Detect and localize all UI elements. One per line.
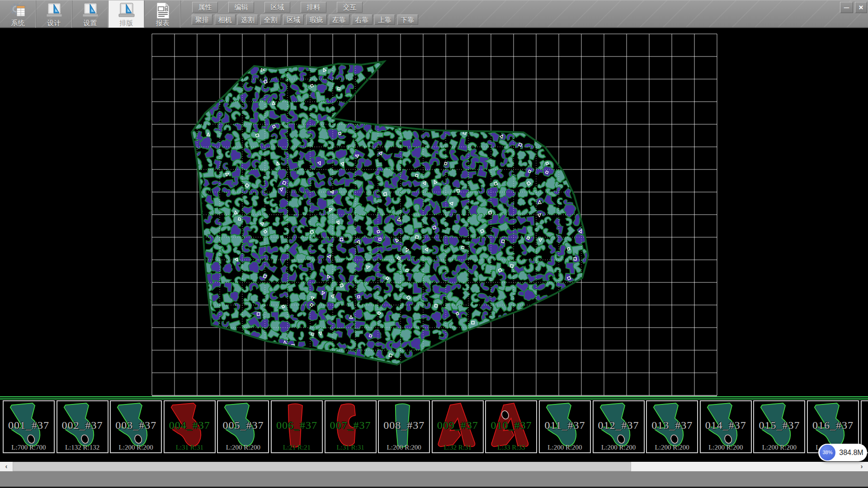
memory-progress-badge: 38% 384.8M xyxy=(818,444,867,461)
align-top-button[interactable]: 上靠 xyxy=(374,14,395,25)
piece-id: 014_#37 xyxy=(701,419,751,432)
thumbnail-cell[interactable]: 015_#37 L:200 R:200 xyxy=(753,400,805,453)
scroll-right-arrow-icon[interactable]: › xyxy=(855,462,868,471)
align-left-button[interactable]: 左靠 xyxy=(329,14,349,25)
piece-lr-count: L:200 R:200 xyxy=(754,444,804,451)
piece-id: 016_#37 xyxy=(808,419,858,432)
settings-button[interactable]: 设置 xyxy=(72,0,108,28)
thumbnail-cell[interactable]: 013_#37 L:200 R:200 xyxy=(646,400,698,453)
nesting-canvas[interactable] xyxy=(0,28,868,396)
piece-id: 0 xyxy=(862,419,868,432)
piece-lr-count: L:32 R:31 xyxy=(433,444,483,451)
status-bar xyxy=(0,471,868,488)
scrollbar-thumb[interactable] xyxy=(13,462,631,471)
thumbnail-cell[interactable]: 014_#37 L:200 R:200 xyxy=(700,400,752,453)
align-bottom-button[interactable]: 下靠 xyxy=(397,14,418,25)
settings-label: 设置 xyxy=(84,19,97,27)
tab-region[interactable]: 区域 xyxy=(264,2,290,13)
thumbnail-cell[interactable]: 011_#37 L:200 R:200 xyxy=(539,400,591,453)
tab-interact[interactable]: 交互 xyxy=(337,2,363,13)
piece-lr-count: L:200 R:200 xyxy=(540,444,590,451)
report-document-icon xyxy=(154,2,172,19)
design-label: 设计 xyxy=(47,19,61,27)
piece-id: 004_#37 xyxy=(165,419,215,432)
camera-button[interactable]: 相机 xyxy=(215,14,236,25)
piece-id: 015_#37 xyxy=(754,419,804,432)
piece-id: 012_#37 xyxy=(594,419,644,432)
thumbnail-cell[interactable]: 002_#37 L:132 R:132 xyxy=(57,400,108,453)
report-label: 报表 xyxy=(156,19,170,27)
piece-id: 001_#37 xyxy=(4,419,54,432)
piece-lr-count: L:200 R:200 xyxy=(379,444,429,451)
thumbnail-cell[interactable]: 001_#37 L:700 R:700 xyxy=(3,400,55,453)
piece-lr-count: L:132 R:132 xyxy=(57,444,108,451)
thumbnail-cell[interactable]: 012_#37 L:200 R:200 xyxy=(593,400,645,453)
piece-lr-count: L:200 R:200 xyxy=(218,444,268,451)
thumbnail-cell[interactable]: 003_#37 L:200 R:200 xyxy=(110,400,162,453)
horizontal-scrollbar[interactable]: ‹ › xyxy=(0,462,868,471)
thumbnail-cell[interactable]: 009_#37 L:32 R:31 xyxy=(432,400,484,453)
piece-id: 006_#37 xyxy=(272,419,322,432)
piece-lr-count: L:200 R:200 xyxy=(701,444,751,451)
cut-all-button[interactable]: 全割 xyxy=(260,14,281,25)
cluster-nest-button[interactable]: 聚排 xyxy=(192,14,212,25)
memory-value: 384.8M xyxy=(837,444,865,461)
nesting-button[interactable]: 排版 xyxy=(108,0,145,28)
hide-nesting-drawing xyxy=(0,28,868,396)
progress-circle: 38% xyxy=(820,445,835,460)
piece-id: 008_#37 xyxy=(379,419,429,432)
piece-lr-count: L:21 R:21 xyxy=(272,444,322,451)
align-right-button[interactable]: 右靠 xyxy=(352,14,373,25)
strip-separator xyxy=(0,396,868,399)
thumbnail-cell[interactable]: 007_#37 L:31 R:31 xyxy=(325,400,377,453)
tab-nest[interactable]: 排料 xyxy=(301,2,326,13)
gear-table-icon xyxy=(9,2,27,19)
piece-lr-count: L:31 R:31 xyxy=(326,444,376,451)
design-button[interactable]: 设计 xyxy=(36,0,72,28)
close-button[interactable]: × xyxy=(855,2,867,13)
thumbnail-cell[interactable]: 006_#37 L:21 R:21 xyxy=(271,400,323,453)
thumbnail-cell[interactable]: 005_#37 L:200 R:200 xyxy=(217,400,269,453)
system-button[interactable]: 系统 xyxy=(0,0,36,28)
piece-thumbnail-strip: 001_#37 L:700 R:700 002_#37 L:132 R:132 … xyxy=(0,399,868,462)
piece-id: 005_#37 xyxy=(218,419,268,432)
laptop-ruler-icon xyxy=(81,2,99,19)
nesting-label: 排版 xyxy=(120,19,133,27)
app-toolbar: 系统 设计 设置 排版 xyxy=(0,0,868,28)
tab-edit[interactable]: 编辑 xyxy=(228,2,254,13)
thumbnail-cell[interactable]: 004_#37 L:31 R:31 xyxy=(164,400,216,453)
piece-lr-count: L:700 R:700 xyxy=(4,444,54,451)
report-button[interactable]: 报表 xyxy=(145,0,181,28)
piece-id: 002_#37 xyxy=(57,419,108,432)
piece-id: 009_#37 xyxy=(433,419,483,432)
piece-lr-count: L:200 R:200 xyxy=(594,444,644,451)
piece-lr-count: L:31 R:31 xyxy=(165,444,215,451)
thumbnail-cell[interactable]: 010_#37 L:33 R:33 xyxy=(485,400,537,453)
laptop-ruler-icon xyxy=(118,2,136,19)
minimize-button[interactable]: ─ xyxy=(840,2,853,13)
select-cut-button[interactable]: 选割 xyxy=(237,14,258,25)
main-toolbar: 系统 设计 设置 排版 xyxy=(0,0,181,28)
thumbnail-cell[interactable]: 008_#37 L:200 R:200 xyxy=(378,400,430,453)
laptop-ruler-icon xyxy=(45,2,63,19)
piece-id: 007_#37 xyxy=(326,419,376,432)
piece-lr-count: L:200 R:200 xyxy=(647,444,697,451)
piece-id: 013_#37 xyxy=(647,419,697,432)
system-label: 系统 xyxy=(11,19,25,27)
piece-id: 011_#37 xyxy=(540,419,590,432)
piece-id: 003_#37 xyxy=(111,419,161,432)
piece-lr-count: L:33 R:33 xyxy=(486,444,536,451)
region-tool-button[interactable]: 区域 xyxy=(283,14,304,25)
piece-id: 010_#37 xyxy=(486,419,536,432)
tab-properties[interactable]: 属性 xyxy=(192,2,218,13)
defect-button[interactable]: 瑕疵 xyxy=(306,14,327,25)
piece-lr-count: L:200 R:200 xyxy=(111,444,161,451)
scroll-left-arrow-icon[interactable]: ‹ xyxy=(0,462,13,471)
